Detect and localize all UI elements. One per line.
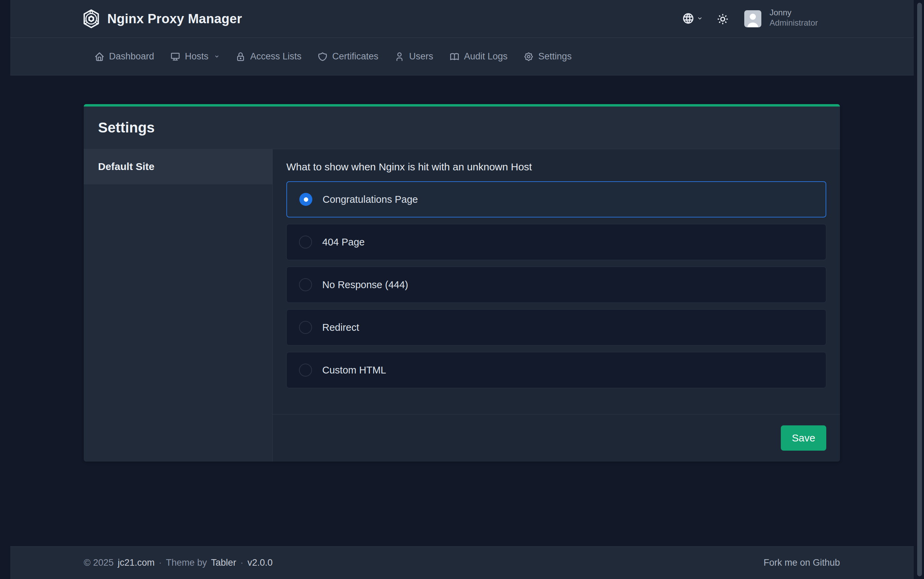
footer-credits: © 2025 jc21.com · Theme by Tabler · v2.0…: [84, 558, 273, 568]
top-chrome: Nginx Proxy Manager Jonny Administrato: [10, 0, 914, 75]
nav-label: Hosts: [185, 51, 208, 62]
main-nav: Dashboard Hosts Access Lists Certificate…: [10, 38, 914, 75]
page-title: Settings: [98, 119, 155, 136]
default-site-question: What to show when Nginx is hit with an u…: [286, 161, 826, 173]
nav-item-certificates[interactable]: Certificates: [317, 51, 378, 62]
chevron-down-icon: [697, 16, 702, 21]
tabler-link[interactable]: Tabler: [211, 558, 236, 568]
option-label: Custom HTML: [322, 365, 386, 376]
nav-item-users[interactable]: Users: [394, 51, 433, 62]
nav-label: Certificates: [332, 51, 378, 62]
separator-dot: ·: [159, 558, 162, 568]
option-custom-html[interactable]: Custom HTML: [286, 352, 826, 388]
default-site-panel: What to show when Nginx is hit with an u…: [273, 149, 840, 461]
user-menu[interactable]: Jonny Administrator: [770, 8, 818, 28]
theme-toggle-button[interactable]: [717, 13, 729, 25]
page-footer: © 2025 jc21.com · Theme by Tabler · v2.0…: [10, 546, 914, 579]
fork-github-link[interactable]: Fork me on Github: [763, 558, 840, 568]
jc21-link[interactable]: jc21.com: [118, 558, 154, 568]
nav-item-access-lists[interactable]: Access Lists: [235, 51, 301, 62]
option-redirect[interactable]: Redirect: [286, 309, 826, 345]
sidebar-item-label: Default Site: [98, 161, 154, 172]
radio-button[interactable]: [299, 321, 312, 334]
book-icon: [450, 52, 460, 62]
lock-icon: [235, 52, 246, 62]
radio-button[interactable]: [299, 363, 312, 376]
chevron-down-icon: [214, 54, 219, 59]
sidebar-item-default-site[interactable]: Default Site: [84, 149, 272, 184]
version-link[interactable]: v2.0.0: [248, 558, 273, 568]
home-icon: [94, 52, 105, 62]
sun-icon: [717, 13, 729, 25]
monitor-icon: [170, 52, 181, 62]
npm-logo-icon: [83, 8, 100, 29]
nav-item-settings[interactable]: Settings: [524, 51, 572, 62]
option-404-page[interactable]: 404 Page: [286, 224, 826, 260]
nav-label: Settings: [538, 51, 572, 62]
option-label: 404 Page: [322, 237, 364, 248]
nav-item-audit-logs[interactable]: Audit Logs: [450, 51, 508, 62]
radio-button[interactable]: [299, 236, 312, 249]
separator-dot: ·: [240, 558, 243, 568]
nav-item-dashboard[interactable]: Dashboard: [94, 51, 154, 62]
nav-item-hosts[interactable]: Hosts: [170, 51, 219, 62]
settings-sidebar: Default Site: [84, 149, 273, 461]
option-no-response[interactable]: No Response (444): [286, 267, 826, 303]
person-silhouette-icon: [744, 10, 762, 27]
user-icon: [394, 52, 405, 62]
default-site-options: Congratulations Page 404 Page No Respons…: [286, 181, 826, 388]
option-label: Redirect: [322, 322, 359, 333]
nav-label: Dashboard: [109, 51, 154, 62]
globe-icon: [682, 12, 694, 25]
nav-label: Users: [409, 51, 433, 62]
user-name: Jonny: [770, 8, 818, 18]
gear-icon: [524, 52, 534, 62]
option-congratulations-page[interactable]: Congratulations Page: [286, 181, 826, 218]
nav-label: Access Lists: [250, 51, 301, 62]
card-footer: Save: [273, 414, 840, 461]
theme-by-text: Theme by: [166, 558, 207, 568]
language-menu-button[interactable]: [682, 12, 702, 25]
option-label: No Response (444): [322, 279, 408, 291]
vertical-scrollbar[interactable]: [917, 3, 922, 576]
copyright-text: © 2025: [84, 558, 113, 568]
avatar[interactable]: [744, 10, 762, 27]
radio-button[interactable]: [299, 278, 312, 291]
app-header: Nginx Proxy Manager Jonny Administrato: [10, 0, 914, 38]
settings-card: Settings Default Site What to show when …: [84, 104, 840, 461]
settings-card-header: Settings: [84, 106, 840, 149]
save-button[interactable]: Save: [781, 425, 826, 451]
radio-button[interactable]: [299, 193, 312, 206]
app-title: Nginx Proxy Manager: [107, 0, 242, 38]
nav-label: Audit Logs: [464, 51, 508, 62]
settings-card-body: Default Site What to show when Nginx is …: [84, 149, 840, 461]
shield-icon: [317, 52, 328, 62]
user-role: Administrator: [770, 18, 818, 28]
option-label: Congratulations Page: [323, 194, 418, 205]
